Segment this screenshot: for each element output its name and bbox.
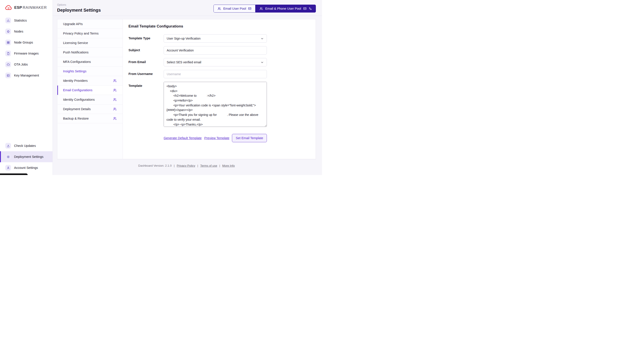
email-phone-user-pool-button[interactable]: Email & Phone User Pool: [256, 5, 316, 13]
form-row-template: Template <body> <div> <h2>Welcome to :</…: [128, 82, 310, 128]
subnav-item-push-notifications[interactable]: Push Notifications: [57, 48, 122, 57]
page-header-titles: Options Deployment Settings: [57, 3, 101, 13]
generate-default-template-link[interactable]: Generate Default Template: [164, 136, 202, 140]
sidebar-item-label: Node Groups: [14, 41, 33, 44]
sidebar-item-label: Check Updates: [14, 144, 36, 148]
grid-icon: [5, 40, 11, 45]
subnav-item-label: Backup & Restore: [63, 117, 89, 120]
gear-icon: [5, 154, 11, 160]
sidebar-item-label: Firmware Images: [14, 52, 39, 55]
sidebar-item-account-settings[interactable]: Account Settings: [0, 162, 52, 173]
subject-input[interactable]: [164, 46, 267, 55]
sidebar-item-check-updates[interactable]: Check Updates: [0, 140, 52, 151]
subject-label: Subject: [128, 46, 164, 55]
subnav-item-label: Deployment Details: [63, 107, 91, 111]
brand-name-light: RAINMAKER: [22, 6, 47, 10]
subnav-item-label: Identity Providers: [63, 79, 88, 83]
email-user-pool-button[interactable]: Email User Pool: [214, 5, 256, 13]
terms-of-use-link[interactable]: Terms of use: [200, 164, 217, 167]
sidebar-item-label: Deployment Settings: [14, 155, 44, 159]
page-header: Options Deployment Settings Email User P…: [53, 0, 322, 16]
cpu-icon: [5, 29, 11, 34]
subnav-item-mfa-configurations[interactable]: MFA Configurations: [57, 57, 122, 67]
template-type-selected-value: User Sign-up Verification: [167, 37, 200, 40]
sidebar-item-label: Statistics: [14, 19, 27, 22]
from-username-input[interactable]: [164, 70, 267, 78]
subnav-item-label: Licensing Service: [63, 41, 88, 45]
sidebar-item-key-management[interactable]: Key Management: [0, 70, 52, 81]
users-icon: [113, 117, 117, 121]
settings-subnav: Upgrade APIs Privacy Policy and Terms Li…: [57, 19, 123, 159]
subnav-item-label: Insights Settings: [63, 70, 86, 73]
page-title: Deployment Settings: [57, 8, 101, 13]
phone-icon: [308, 7, 312, 10]
subnav-item-email-configurations[interactable]: Email Configurations: [57, 86, 122, 95]
subnav-item-label: Identity Configurations: [63, 98, 95, 101]
settings-card: Upgrade APIs Privacy Policy and Terms Li…: [57, 19, 316, 159]
cloud-icon: [5, 62, 11, 67]
subnav-item-label: Privacy Policy and Terms: [63, 32, 98, 35]
footer-separator: |: [197, 164, 198, 167]
sidebar-item-firmware-images[interactable]: Firmware Images: [0, 48, 52, 59]
sidebar-nav: Statistics Nodes Node Groups Firmware Im…: [0, 15, 52, 81]
email-user-pool-label: Email User Pool: [223, 7, 246, 10]
sidebar-item-label: OTA Jobs: [14, 63, 28, 66]
users-icon: [260, 7, 263, 11]
subnav-item-upgrade-apis[interactable]: Upgrade APIs: [57, 19, 122, 29]
esp-rainmaker-cloud-icon: [5, 5, 12, 11]
sidebar: ESPRAINMAKER Statistics Nodes Node Group…: [0, 0, 53, 175]
subnav-item-insights-settings[interactable]: Insights Settings: [57, 67, 122, 76]
content-area: Upgrade APIs Privacy Policy and Terms Li…: [53, 16, 322, 175]
sidebar-item-label: Key Management: [14, 74, 39, 77]
users-icon: [113, 79, 117, 83]
from-email-select[interactable]: Select SES verified email: [164, 58, 267, 66]
sidebar-item-deployment-settings[interactable]: Deployment Settings: [0, 151, 52, 162]
more-info-link[interactable]: More Info: [222, 164, 235, 167]
sidebar-bottom-nav: Check Updates Deployment Settings Accoun…: [0, 140, 52, 175]
set-email-template-button[interactable]: Set Email Template: [232, 134, 267, 142]
footer-separator: |: [219, 164, 220, 167]
chevron-down-icon: [260, 61, 264, 64]
preview-template-link[interactable]: Preview Template: [204, 136, 229, 140]
from-email-selected-value: Select SES verified email: [167, 61, 201, 64]
from-username-label: From Username: [128, 70, 164, 78]
template-label: Template: [128, 82, 164, 128]
sidebar-item-node-groups[interactable]: Node Groups: [0, 37, 52, 48]
users-icon: [218, 7, 221, 11]
main-area: Options Deployment Settings Email User P…: [53, 0, 322, 175]
sidebar-item-ota-jobs[interactable]: OTA Jobs: [0, 59, 52, 70]
subnav-item-backup-restore[interactable]: Backup & Restore: [57, 114, 122, 123]
app-root: ESPRAINMAKER Statistics Nodes Node Group…: [0, 0, 322, 175]
subnav-item-identity-configurations[interactable]: Identity Configurations: [57, 95, 122, 104]
sidebar-item-nodes[interactable]: Nodes: [0, 26, 52, 37]
sidebar-item-statistics[interactable]: Statistics: [0, 15, 52, 26]
subnav-item-label: Push Notifications: [63, 51, 88, 54]
user-icon: [5, 165, 11, 171]
brand-name-bold: ESP: [14, 6, 22, 10]
download-icon: [5, 143, 11, 149]
user-pool-toggle: Email User Pool Email & Phone User Pool: [214, 5, 316, 13]
email-template-panel: Email Template Configurations Template T…: [123, 19, 316, 159]
subnav-item-deployment-details[interactable]: Deployment Details: [57, 104, 122, 114]
subnav-item-privacy-policy-terms[interactable]: Privacy Policy and Terms: [57, 29, 122, 38]
bar-chart-icon: [5, 18, 11, 23]
key-card-icon: [5, 73, 11, 78]
mail-icon: [303, 7, 306, 10]
form-row-from-username: From Username: [128, 70, 310, 78]
template-textarea[interactable]: <body> <div> <h2>Welcome to :</h2> <p>He…: [164, 82, 267, 127]
subnav-item-licensing-service[interactable]: Licensing Service: [57, 38, 122, 48]
subnav-item-identity-providers[interactable]: Identity Providers: [57, 76, 122, 86]
subnav-item-label: MFA Configurations: [63, 60, 91, 64]
brand-logo[interactable]: ESPRAINMAKER: [0, 0, 52, 15]
breadcrumb: Options: [57, 3, 101, 6]
template-type-select[interactable]: User Sign-up Verification: [164, 34, 267, 43]
dashboard-footer: Dashboard Version: 2.1.0 | Privacy Polic…: [57, 159, 316, 170]
email-phone-user-pool-label: Email & Phone User Pool: [265, 7, 301, 10]
users-icon: [113, 98, 117, 102]
privacy-policy-link[interactable]: Privacy Policy: [177, 164, 195, 167]
subnav-item-label: Upgrade APIs: [63, 22, 82, 26]
users-icon: [113, 107, 117, 111]
from-email-label: From Email: [128, 58, 164, 66]
chevron-down-icon: [260, 37, 264, 40]
mail-icon: [248, 7, 252, 10]
